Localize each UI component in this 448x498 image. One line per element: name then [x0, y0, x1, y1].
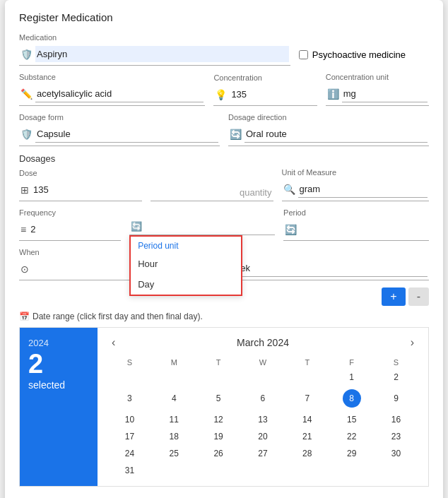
- cal-day[interactable]: 27: [241, 445, 285, 462]
- cal-weekday: S: [374, 356, 418, 369]
- cal-day[interactable]: 23: [374, 428, 418, 445]
- cal-day[interactable]: 5: [196, 386, 241, 411]
- cancel-button[interactable]: CANCEL: [309, 494, 360, 498]
- cal-day[interactable]: 31: [107, 462, 152, 479]
- cal-day[interactable]: 6: [241, 386, 285, 411]
- cal-weekday: M: [152, 356, 196, 369]
- cal-prev-button[interactable]: ‹: [107, 335, 119, 350]
- cal-day[interactable]: 29: [329, 445, 374, 462]
- cal-day[interactable]: 1: [329, 369, 374, 386]
- concentration-unit-label: Concentration unit: [326, 73, 429, 81]
- unit-of-measure-select[interactable]: gram: [298, 181, 428, 198]
- dialog-actions: CANCEL REGISTER: [19, 494, 429, 498]
- calendar-icon: 📅: [19, 312, 30, 321]
- cal-day: [374, 462, 418, 479]
- medication-label: Medication: [19, 33, 290, 42]
- cal-day: [241, 462, 285, 479]
- cal-day[interactable]: 14: [285, 411, 329, 428]
- period-label: Period: [283, 208, 429, 217]
- register-button[interactable]: REGISTER: [368, 494, 429, 498]
- dose-input[interactable]: [32, 182, 141, 198]
- cal-day: [196, 369, 241, 386]
- cal-day: [152, 369, 196, 386]
- cal-day: [196, 462, 241, 479]
- cal-day[interactable]: 12: [196, 411, 241, 428]
- cal-day[interactable]: 9: [374, 386, 418, 411]
- period-icon: 🔄: [285, 224, 297, 235]
- substance-label: Substance: [19, 73, 205, 81]
- calendar-sidebar: 2024 2 selected: [20, 328, 98, 486]
- when-icon: ⊙: [20, 263, 29, 275]
- quantity-input[interactable]: [151, 184, 273, 201]
- cal-day[interactable]: 3: [107, 386, 152, 411]
- unit-of-measure-label: Unit of Measure: [282, 168, 430, 177]
- register-medication-dialog: Register Medication Medication 🛡️ Psycho…: [5, 0, 443, 498]
- cal-weekday: T: [285, 356, 329, 369]
- period-unit-icon: 🔄: [131, 221, 142, 232]
- cal-day[interactable]: 4: [152, 386, 196, 411]
- cal-day[interactable]: 30: [374, 445, 418, 462]
- cal-day: [285, 369, 329, 386]
- minus-button[interactable]: -: [408, 287, 429, 306]
- cal-day[interactable]: 18: [152, 428, 196, 445]
- medication-icon: 🛡️: [20, 49, 33, 60]
- cal-day[interactable]: 26: [196, 445, 241, 462]
- cal-month-title: March 2024: [237, 337, 289, 348]
- cal-day[interactable]: 15: [329, 411, 374, 428]
- dose-label: Dose: [19, 169, 142, 177]
- cal-day: [152, 462, 196, 479]
- calendar-container: 2024 2 selected ‹ March 2024 › SMTWTFS 1…: [19, 327, 429, 487]
- cal-day[interactable]: 17: [107, 428, 152, 445]
- period-unit-dropdown-title: Period unit: [131, 237, 241, 254]
- dialog-title: Register Medication: [19, 11, 429, 23]
- frequency-label: Frequency: [19, 208, 121, 217]
- cal-day[interactable]: 10: [107, 411, 152, 428]
- period-unit-dropdown: Period unit Hour Day: [129, 235, 242, 296]
- date-range-label: 📅 Date range (click first day and then f…: [19, 312, 429, 321]
- unit-of-measure-icon: 🔍: [283, 184, 295, 195]
- frequency-input[interactable]: [29, 221, 119, 237]
- cal-day[interactable]: 20: [241, 428, 285, 445]
- calendar-grid: SMTWTFS 12345678910111213141516171819202…: [107, 356, 418, 479]
- cal-day[interactable]: 16: [374, 411, 418, 428]
- cal-day[interactable]: 28: [285, 445, 329, 462]
- cal-day[interactable]: 24: [107, 445, 152, 462]
- medication-input[interactable]: [35, 46, 289, 62]
- cal-day[interactable]: 8: [329, 386, 374, 411]
- cal-day: [329, 462, 374, 479]
- period-input[interactable]: [300, 221, 428, 237]
- cal-day[interactable]: 25: [152, 445, 196, 462]
- cal-day[interactable]: 11: [152, 411, 196, 428]
- concentration-input[interactable]: [230, 86, 315, 102]
- cal-next-button[interactable]: ›: [406, 335, 418, 350]
- dosage-direction-label: Dosage direction: [228, 113, 429, 121]
- concentration-icon: 💡: [215, 89, 227, 100]
- dosage-form-label: Dosage form: [19, 113, 220, 121]
- cal-day[interactable]: 7: [285, 386, 329, 411]
- dosages-title: Dosages: [19, 153, 429, 164]
- psychoactive-label: Psychoactive medicine: [312, 49, 406, 60]
- dosage-form-icon: 🛡️: [20, 129, 33, 140]
- concentration-unit-select[interactable]: mg ml g: [342, 85, 428, 102]
- frequency-icon: ≡: [20, 224, 26, 235]
- calendar-main: ‹ March 2024 › SMTWTFS 12345678910111213…: [98, 328, 428, 486]
- period-unit-hour[interactable]: Hour: [131, 254, 241, 274]
- substance-select[interactable]: acetylsalicylic acid: [35, 85, 204, 102]
- calendar-selected-number: 2: [28, 350, 89, 379]
- dosage-form-select[interactable]: Capsule: [35, 126, 218, 143]
- cal-day[interactable]: 2: [374, 369, 418, 386]
- period-unit-day[interactable]: Day: [131, 274, 241, 295]
- cal-day: [241, 369, 285, 386]
- cal-day[interactable]: 21: [285, 428, 329, 445]
- substance-icon: ✏️: [20, 88, 33, 100]
- cal-day[interactable]: 19: [196, 428, 241, 445]
- calendar-year: 2024: [28, 338, 89, 348]
- dose-icon: ⊞: [20, 184, 29, 196]
- cal-weekday: F: [329, 356, 374, 369]
- dosage-direction-select[interactable]: Oral route: [244, 126, 428, 143]
- plus-button[interactable]: +: [382, 287, 405, 306]
- psychoactive-checkbox[interactable]: [299, 50, 308, 59]
- cal-day[interactable]: 22: [329, 428, 374, 445]
- cal-day[interactable]: 13: [241, 411, 285, 428]
- cal-weekday: T: [196, 356, 241, 369]
